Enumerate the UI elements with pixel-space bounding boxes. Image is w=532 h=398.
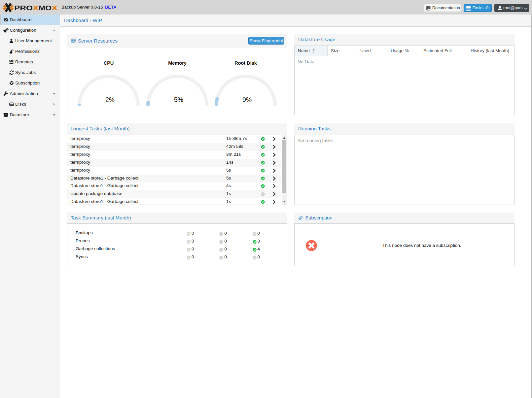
svg-text:PRO: PRO bbox=[14, 4, 33, 12]
svg-text:MO: MO bbox=[39, 4, 52, 12]
svg-text:X: X bbox=[52, 4, 58, 12]
svg-text:X: X bbox=[33, 4, 39, 12]
